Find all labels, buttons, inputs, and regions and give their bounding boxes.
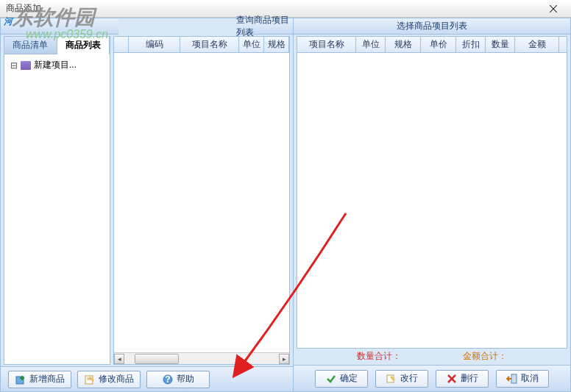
- scroll-thumb[interactable]: [135, 354, 179, 364]
- amount-total-label: 金额合计：: [463, 350, 507, 363]
- edit-product-button[interactable]: 修改商品: [77, 371, 141, 388]
- summary-row: 数量合计： 金额合计：: [297, 349, 567, 363]
- content-area: 查询商品项目列表 商品清单 商品列表 ⊟ 新建项目...: [0, 18, 571, 392]
- ok-button[interactable]: 确定: [315, 370, 368, 388]
- left-button-bar: 新增商品 修改商品 ? 帮助: [1, 366, 293, 391]
- add-product-button[interactable]: 新增商品: [8, 371, 71, 388]
- select-grid[interactable]: 项目名称 单位 规格 单价 折扣 数量 金额: [297, 36, 567, 349]
- sel-col-price[interactable]: 单价: [421, 37, 456, 52]
- query-col-spec[interactable]: 规格: [264, 37, 289, 52]
- delete-row-label: 删行: [461, 372, 478, 385]
- query-grid-header: 编码 项目名称 单位 规格: [114, 37, 289, 53]
- add-icon: [15, 374, 26, 385]
- query-grid[interactable]: 编码 项目名称 单位 规格 ◂ ▸: [113, 36, 290, 365]
- left-panel-header: 查询商品项目列表: [236, 18, 293, 35]
- scroll-right-arrow[interactable]: ▸: [279, 354, 289, 364]
- query-grid-body[interactable]: [114, 53, 289, 352]
- edit-icon: [84, 374, 96, 385]
- pencil-icon: [386, 373, 397, 385]
- query-col-name[interactable]: 项目名称: [180, 37, 239, 52]
- window-title: 商品添加: [6, 2, 41, 15]
- cancel-label: 取消: [521, 372, 539, 385]
- ok-label: 确定: [340, 372, 358, 385]
- svg-rect-13: [511, 374, 517, 383]
- tree-panel: 商品清单 商品列表 ⊟ 新建项目...: [4, 36, 110, 365]
- add-product-label: 新增商品: [29, 373, 65, 385]
- query-col-unit[interactable]: 单位: [239, 37, 264, 52]
- query-col-blank[interactable]: [114, 37, 129, 52]
- help-icon: ?: [162, 374, 174, 385]
- tree-root-item[interactable]: ⊟ 新建项目...: [7, 57, 107, 73]
- sel-col-unit[interactable]: 单位: [356, 37, 386, 52]
- exit-icon: [506, 373, 518, 385]
- sel-col-spec[interactable]: 规格: [386, 37, 421, 52]
- sel-col-name[interactable]: 项目名称: [297, 37, 356, 52]
- right-panel-header: 选择商品项目列表: [294, 18, 570, 35]
- left-panel: 查询商品项目列表 商品清单 商品列表 ⊟ 新建项目...: [1, 18, 294, 391]
- sel-col-discount[interactable]: 折扣: [456, 37, 486, 52]
- query-col-code[interactable]: 编码: [129, 37, 180, 52]
- right-button-bar: 确定 改行 删行 取消: [294, 365, 570, 391]
- help-label: 帮助: [177, 373, 194, 385]
- query-grid-wrap: 编码 项目名称 单位 规格 ◂ ▸: [113, 36, 290, 365]
- delete-row-button[interactable]: 删行: [436, 370, 489, 388]
- select-grid-wrap: 项目名称 单位 规格 单价 折扣 数量 金额 数量合计： 金额合计：: [297, 36, 567, 363]
- tree-tabs: 商品清单 商品列表: [4, 37, 110, 54]
- delete-icon: [446, 373, 458, 385]
- tree-root-label: 新建项目...: [34, 59, 77, 71]
- tree-body[interactable]: ⊟ 新建项目...: [4, 54, 110, 364]
- close-button[interactable]: [539, 1, 568, 16]
- select-grid-body[interactable]: [297, 53, 567, 348]
- tab-product-items[interactable]: 商品列表: [57, 37, 110, 54]
- cancel-button[interactable]: 取消: [496, 370, 549, 388]
- query-grid-hscroll[interactable]: ◂ ▸: [114, 352, 289, 364]
- help-button[interactable]: ? 帮助: [146, 371, 210, 388]
- qty-total-label: 数量合计：: [357, 350, 401, 363]
- tab-product-list[interactable]: 商品清单: [4, 37, 57, 54]
- modify-row-label: 改行: [400, 372, 418, 385]
- sel-col-qty[interactable]: 数量: [486, 37, 515, 52]
- sel-col-amount[interactable]: 金额: [515, 37, 559, 52]
- modify-row-button[interactable]: 改行: [375, 370, 428, 388]
- right-panel: 选择商品项目列表 项目名称 单位 规格 单价 折扣 数量 金额 数量合计： 金额…: [294, 18, 570, 391]
- check-icon: [325, 373, 337, 385]
- select-grid-header: 项目名称 单位 规格 单价 折扣 数量 金额: [297, 37, 567, 53]
- svg-text:?: ?: [165, 374, 170, 385]
- edit-product-label: 修改商品: [99, 373, 134, 385]
- scroll-left-arrow[interactable]: ◂: [114, 354, 124, 364]
- folder-icon: [21, 61, 31, 70]
